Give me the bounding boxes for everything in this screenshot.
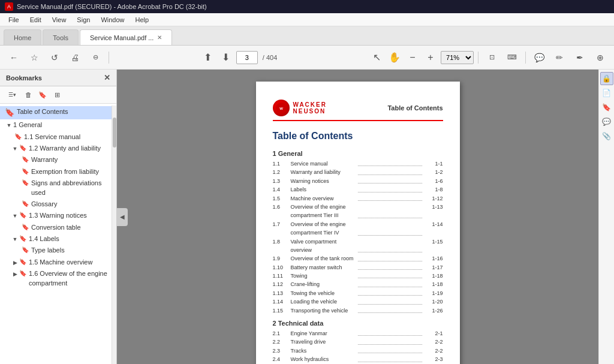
- toc-entry-label: Work hydraulics: [291, 355, 355, 363]
- bookmark-1-5-flag: 🔖: [19, 258, 26, 266]
- toc-entry-dots: [358, 263, 422, 270]
- toggle-1-6[interactable]: ▶: [11, 270, 19, 278]
- back-button[interactable]: ←: [5, 49, 23, 66]
- toc-entry-dots: [358, 306, 422, 313]
- menu-help[interactable]: Help: [131, 15, 154, 25]
- toc-entry-label: Overview of the tank room: [291, 254, 355, 263]
- right-lock-button[interactable]: 🔒: [600, 72, 613, 85]
- toc-entry-page: 1-18: [425, 280, 443, 288]
- toggle-1-2[interactable]: ▼: [11, 145, 19, 153]
- toc-entry-num: 1.1: [273, 160, 290, 168]
- right-attach-button[interactable]: 📎: [600, 130, 613, 143]
- toc-entry-dots: [358, 355, 422, 362]
- panel-expand-button[interactable]: ☰▾: [4, 89, 20, 101]
- menu-edit[interactable]: Edit: [25, 15, 46, 25]
- bookmark-signs[interactable]: 🔖 Signs and abbreviations used: [0, 178, 116, 198]
- panel-title: Bookmarks: [6, 74, 42, 82]
- bookmark-1-4-flag: 🔖: [19, 234, 26, 243]
- zoom-select[interactable]: 71%: [441, 51, 474, 64]
- panel-new-button[interactable]: ⊞: [50, 89, 64, 101]
- bookmark-warranty-label: Warranty: [31, 155, 113, 164]
- bookmark-1-1[interactable]: 🔖 1.1 Service manual: [0, 131, 116, 143]
- bookmark-1-2[interactable]: ▼ 🔖 1.2 Warranty and liability: [0, 143, 116, 154]
- toc-entry-page: 2-1: [425, 329, 443, 338]
- toc-section-1-entries: 1.1 Service manual 1-1 1.2 Warranty and …: [273, 160, 443, 315]
- bookmark-glossary-flag: 🔖: [22, 200, 29, 208]
- menu-sign[interactable]: Sign: [72, 15, 95, 25]
- logo-text: WACKER NEUSON: [293, 101, 327, 115]
- panel-bookmark-button[interactable]: 🔖: [36, 89, 49, 101]
- toc-entry-num: 1.15: [273, 306, 290, 315]
- toggle-1-5[interactable]: ▶: [11, 259, 19, 267]
- toc-entry-page: 1-14: [425, 220, 443, 237]
- toc-entry-page: 1-12: [425, 194, 443, 203]
- menu-window[interactable]: Window: [96, 15, 129, 25]
- bookmark-glossary[interactable]: 🔖 Glossary: [0, 198, 116, 210]
- toc-entry-dots: [358, 168, 422, 175]
- menu-view[interactable]: View: [47, 15, 71, 25]
- bookmark-1-3[interactable]: ▼ 🔖 1.3 Warning notices: [0, 210, 116, 221]
- zoom-out-button[interactable]: −: [405, 50, 420, 65]
- toc-entry-page: 2-3: [425, 355, 443, 363]
- tab-close-icon[interactable]: ✕: [157, 34, 162, 41]
- tab-tools[interactable]: Tools: [43, 29, 79, 45]
- bookmark-1-4[interactable]: ▼ 🔖 1.4 Labels: [0, 233, 116, 245]
- bookmark-conversion[interactable]: 🔖 Conversion table: [0, 222, 116, 233]
- bookmark-1-6[interactable]: ▶ 🔖 1.6 Overview of the engine compartme…: [0, 268, 116, 289]
- toc-entry-dots: [358, 297, 422, 304]
- right-bookmark-button[interactable]: 🔖: [600, 101, 613, 114]
- scan-button[interactable]: ⌨: [503, 49, 521, 66]
- bookmark-exemption-flag: 🔖: [22, 167, 29, 176]
- bookmark-toc[interactable]: 🔖 Table of Contents: [0, 106, 116, 119]
- toc-entry: 1.10 Battery master switch 1-17: [273, 263, 443, 272]
- hand-tool-button[interactable]: ✋: [387, 50, 402, 65]
- toggle-1-3[interactable]: ▼: [11, 212, 19, 220]
- print-button[interactable]: 🖨: [66, 49, 84, 66]
- toc-entry-dots: [358, 338, 422, 344]
- toc-entry-num: 1.6: [273, 203, 290, 220]
- toggle-general[interactable]: ▼: [5, 122, 13, 130]
- tab-document-label: Service Manual.pdf ...: [90, 34, 154, 41]
- tab-home[interactable]: Home: [4, 29, 41, 45]
- toc-entry-page: 1-6: [425, 177, 443, 185]
- bookmark-1-6-label: 1.6 Overview of the engine compartment: [29, 269, 113, 288]
- page-down-button[interactable]: ⬇: [218, 50, 234, 65]
- highlight-button[interactable]: ✏: [550, 49, 568, 66]
- panel-collapse-button[interactable]: ◀: [117, 208, 128, 226]
- previous-view-button[interactable]: ↺: [46, 49, 64, 66]
- toc-entry: 1.7 Overview of the engine compartment T…: [273, 220, 443, 237]
- toc-entry-num: 1.11: [273, 272, 290, 280]
- bookmark-1-4-label: 1.4 Labels: [29, 234, 113, 243]
- bookmark-type-labels[interactable]: 🔖 Type labels: [0, 245, 116, 256]
- title-bar: A Service Manual.pdf (SECURED) - Adobe A…: [0, 0, 614, 13]
- panel-delete-button[interactable]: 🗑: [22, 89, 35, 101]
- page-number-input[interactable]: 3: [236, 51, 258, 64]
- bookmark-star-button[interactable]: ☆: [25, 49, 43, 66]
- menu-file[interactable]: File: [4, 15, 24, 25]
- tab-document[interactable]: Service Manual.pdf ... ✕: [80, 29, 172, 45]
- bookmark-1-5[interactable]: ▶ 🔖 1.5 Machine overview: [0, 257, 116, 268]
- page-up-button[interactable]: ⬆: [200, 50, 216, 65]
- zoom-in-button[interactable]: +: [423, 50, 438, 65]
- toc-entry-dots: [358, 160, 422, 166]
- bookmark-warranty[interactable]: 🔖 Warranty: [0, 154, 116, 166]
- pdf-viewer[interactable]: ◀ W WACKER NEUSON Table of Cont: [117, 70, 598, 364]
- toc-entry: 1.5 Machine overview 1-12: [273, 194, 443, 203]
- select-tool-button[interactable]: ↖: [369, 50, 384, 65]
- more-tools-button[interactable]: ⊕: [591, 49, 609, 66]
- panel-close-icon[interactable]: ✕: [104, 73, 110, 82]
- zoom-out-small-button[interactable]: ⊖: [86, 49, 104, 66]
- bookmark-exemption[interactable]: 🔖 Exemption from liability: [0, 166, 116, 178]
- sign-button[interactable]: ✒: [571, 49, 589, 66]
- wacker-logo-icon: W: [273, 100, 290, 116]
- fit-page-button[interactable]: ⊡: [483, 49, 501, 66]
- toc-entry-dots: [358, 289, 422, 296]
- right-comment-button[interactable]: 💬: [600, 115, 613, 128]
- bookmark-general[interactable]: ▼ 1 General: [0, 119, 116, 131]
- right-page-button[interactable]: 📄: [600, 86, 613, 100]
- panel-scrollbar[interactable]: [112, 106, 116, 364]
- comment-button[interactable]: 💬: [530, 49, 548, 66]
- toc-entry-label: Warranty and liability: [291, 168, 355, 176]
- bookmark-general-label: 1 General: [13, 121, 113, 130]
- toggle-1-4[interactable]: ▼: [11, 236, 19, 243]
